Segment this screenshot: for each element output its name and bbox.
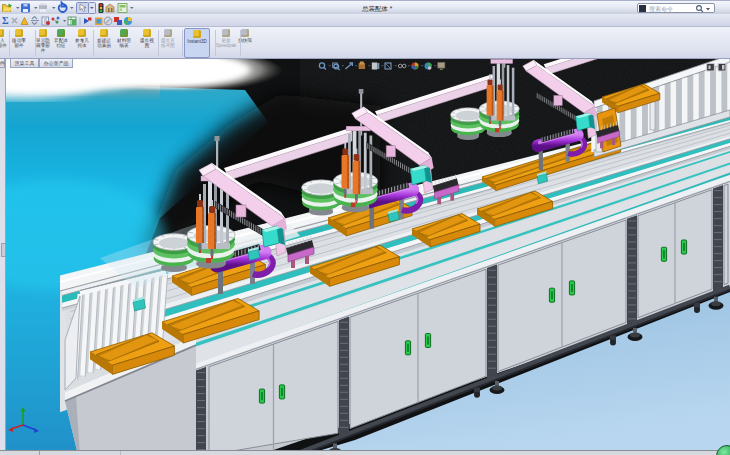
svg-text:Σ: Σ	[2, 15, 9, 26]
